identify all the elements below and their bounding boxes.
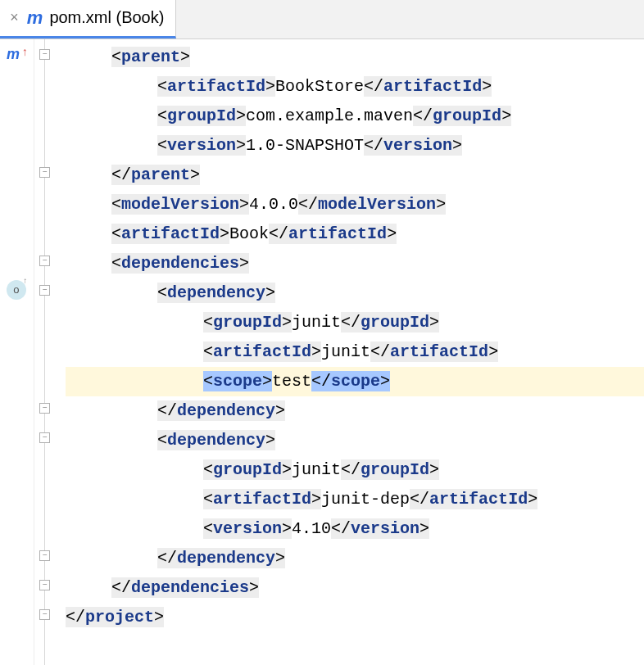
editor-tab[interactable]: × m pom.xml (Book) [0, 0, 176, 38]
up-arrow-icon[interactable]: ↑ [21, 46, 28, 59]
tab-bar: × m pom.xml (Book) [0, 0, 644, 39]
fold-toggle[interactable]: − [39, 403, 50, 414]
close-icon[interactable]: × [8, 10, 20, 26]
fold-toggle[interactable]: − [39, 432, 50, 443]
fold-toggle[interactable]: − [39, 609, 50, 620]
code-line[interactable]: <modelVersion>4.0.0</modelVersion> [66, 190, 644, 219]
code-line[interactable]: <groupId>junit</groupId> [66, 308, 644, 337]
code-line-highlighted[interactable]: <scope>test</scope> [66, 367, 644, 396]
fold-toggle[interactable]: − [39, 167, 50, 178]
code-line[interactable]: <artifactId>BookStore</artifactId> [66, 72, 644, 102]
code-line[interactable]: <artifactId>Book</artifactId> [66, 219, 644, 249]
override-gutter-icon[interactable]: o [7, 280, 26, 300]
code-line[interactable]: <groupId>junit</groupId> [66, 455, 644, 485]
code-line[interactable]: <dependency> [66, 426, 644, 455]
gutter-icon-strip: m ↑ o [0, 39, 34, 665]
code-line[interactable]: <version>4.10</version> [66, 514, 644, 544]
code-line[interactable]: <artifactId>junit-dep</artifactId> [66, 485, 644, 514]
maven-icon: m [27, 7, 43, 29]
code-line[interactable]: <dependencies> [66, 249, 644, 278]
maven-gutter-icon[interactable]: m [7, 46, 20, 63]
fold-gutter: − − − − − − − − − [34, 39, 66, 665]
code-line[interactable]: <dependency> [66, 278, 644, 308]
tab-label: pom.xml (Book) [49, 8, 164, 27]
editor-area: m ↑ o − − − − − − − − − <parent> <artifa… [0, 39, 644, 665]
code-line[interactable]: </dependency> [66, 396, 644, 426]
code-line[interactable]: <version>1.0-SNAPSHOT</version> [66, 131, 644, 161]
fold-toggle[interactable]: − [39, 580, 50, 590]
code-area[interactable]: <parent> <artifactId>BookStore</artifact… [66, 39, 644, 665]
code-line[interactable]: <artifactId>junit</artifactId> [66, 337, 644, 367]
fold-toggle[interactable]: − [39, 256, 50, 266]
code-line[interactable]: </project> [66, 603, 644, 632]
fold-toggle[interactable]: − [39, 49, 50, 60]
code-line[interactable]: </dependency> [66, 544, 644, 573]
code-line[interactable]: </parent> [66, 161, 644, 190]
code-line[interactable]: <parent> [66, 43, 644, 72]
code-line[interactable]: </dependencies> [66, 573, 644, 603]
code-line[interactable]: <groupId>com.example.maven</groupId> [66, 102, 644, 131]
fold-toggle[interactable]: − [39, 550, 50, 561]
fold-toggle[interactable]: − [39, 285, 50, 296]
